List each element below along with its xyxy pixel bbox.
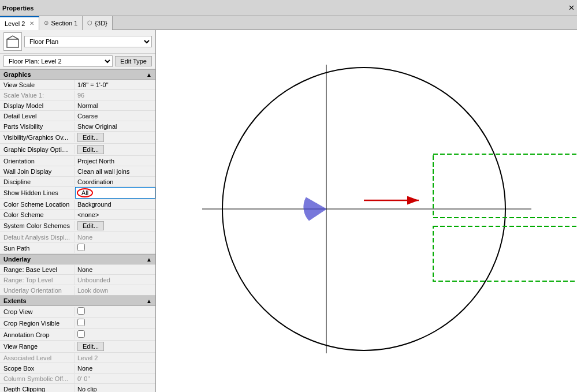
label-sun-path: Sun Path xyxy=(0,244,75,253)
graphic-display-button[interactable]: Edit... xyxy=(77,145,104,154)
value-color-scheme-loc[interactable]: Background xyxy=(75,200,155,209)
row-depth-clipping: Depth Clipping No clip xyxy=(0,384,155,392)
tab-level2[interactable]: Level 2 ✕ xyxy=(0,16,39,30)
row-column-symbolic: Column Symbolic Off... 0' 0" xyxy=(0,374,155,384)
tab-bar: Level 2 ✕ ⊙ Section 1 ⬡ {3D} xyxy=(0,16,577,30)
properties-list: Graphics ▲ View Scale 1/8" = 1'-0" Scale… xyxy=(0,69,155,392)
label-graphic-display: Graphic Display Options xyxy=(0,145,75,154)
floor-plan-icon-svg xyxy=(5,33,21,50)
section-graphics-arrow: ▲ xyxy=(146,72,152,78)
value-sun-path xyxy=(75,242,155,253)
value-depth-clipping[interactable]: No clip xyxy=(75,384,155,393)
label-color-scheme-loc: Color Scheme Location xyxy=(0,200,75,209)
value-graphic-display: Edit... xyxy=(75,144,155,155)
label-vis-graphics: Visibility/Graphics Ov... xyxy=(0,133,75,142)
label-show-hidden: Show Hidden Lines xyxy=(0,188,75,197)
value-range-base[interactable]: None xyxy=(75,265,155,274)
tab-level2-label: Level 2 xyxy=(5,20,25,27)
row-scale-value: Scale Value 1: 96 xyxy=(0,90,155,100)
label-discipline: Discipline xyxy=(0,177,75,186)
view-range-button[interactable]: Edit... xyxy=(77,342,104,351)
value-detail-level[interactable]: Coarse xyxy=(75,111,155,121)
label-underlay-orient: Underlay Orientation xyxy=(0,286,75,295)
label-color-scheme: Color Scheme xyxy=(0,210,75,219)
tab-3d[interactable]: ⬡ {3D} xyxy=(83,16,112,30)
row-sun-path: Sun Path xyxy=(0,242,155,254)
value-show-hidden[interactable]: All xyxy=(75,187,155,199)
label-default-analysis: Default Analysis Displ... xyxy=(0,233,75,242)
row-crop-region: Crop Region Visible xyxy=(0,318,155,329)
row-display-model: Display Model Normal xyxy=(0,100,155,111)
system-color-button[interactable]: Edit... xyxy=(77,221,104,230)
section-graphics[interactable]: Graphics ▲ xyxy=(0,69,155,80)
sun-path-checkbox[interactable] xyxy=(77,244,85,251)
row-crop-view: Crop View xyxy=(0,306,155,318)
value-orientation[interactable]: Project North xyxy=(75,156,155,166)
row-parts-visibility: Parts Visibility Show Original xyxy=(0,121,155,132)
vis-graphics-button[interactable]: Edit... xyxy=(77,133,104,142)
label-wall-join: Wall Join Display xyxy=(0,167,75,176)
row-default-analysis: Default Analysis Displ... None xyxy=(0,232,155,242)
label-scope-box: Scope Box xyxy=(0,364,75,373)
row-vis-graphics: Visibility/Graphics Ov... Edit... xyxy=(0,132,155,144)
section-underlay-label: Underlay xyxy=(3,256,31,263)
label-system-color: System Color Schemes xyxy=(0,221,75,230)
type-selector-row: Floor Plan xyxy=(0,30,155,54)
value-underlay-orient: Look down xyxy=(75,286,155,295)
label-view-range: View Range xyxy=(0,342,75,351)
value-default-analysis: None xyxy=(75,233,155,242)
row-annotation-crop: Annotation Crop xyxy=(0,329,155,341)
value-range-top: Unbounded xyxy=(75,275,155,285)
tab-level2-close[interactable]: ✕ xyxy=(29,20,34,27)
row-show-hidden: Show Hidden Lines All xyxy=(0,187,155,199)
instance-select[interactable]: Floor Plan: Level 2 xyxy=(3,55,113,67)
row-range-base: Range: Base Level None xyxy=(0,264,155,275)
section-extents-arrow: ▲ xyxy=(146,298,152,304)
properties-panel: Floor Plan Floor Plan: Level 2 Edit Type… xyxy=(0,30,156,392)
type-dropdown[interactable]: Floor Plan xyxy=(24,36,152,47)
canvas-area xyxy=(156,30,577,392)
crop-view-checkbox[interactable] xyxy=(77,307,85,315)
label-associated-level: Associated Level xyxy=(0,353,75,363)
row-range-top: Range: Top Level Unbounded xyxy=(0,275,155,285)
label-view-scale: View Scale xyxy=(0,80,75,89)
value-display-model[interactable]: Normal xyxy=(75,101,155,110)
row-graphic-display: Graphic Display Options Edit... xyxy=(0,144,155,156)
label-crop-view: Crop View xyxy=(0,307,75,316)
type-icon xyxy=(3,32,22,51)
label-column-symbolic: Column Symbolic Off... xyxy=(0,374,75,383)
show-hidden-oval: All xyxy=(77,188,93,197)
value-crop-view xyxy=(75,306,155,317)
value-vis-graphics: Edit... xyxy=(75,132,155,143)
crop-region-checkbox[interactable] xyxy=(77,319,85,326)
instance-row: Floor Plan: Level 2 Edit Type xyxy=(0,54,155,69)
value-associated-level: Level 2 xyxy=(75,353,155,363)
section-graphics-label: Graphics xyxy=(3,71,31,78)
row-discipline: Discipline Coordination xyxy=(0,177,155,187)
value-discipline[interactable]: Coordination xyxy=(75,177,155,186)
label-range-base: Range: Base Level xyxy=(0,265,75,274)
panel-close-button[interactable]: ✕ xyxy=(568,3,575,12)
edit-type-button[interactable]: Edit Type xyxy=(115,56,152,66)
section-underlay-arrow: ▲ xyxy=(146,256,152,263)
value-scope-box[interactable]: None xyxy=(75,364,155,373)
value-color-scheme[interactable]: <none> xyxy=(75,210,155,219)
svg-rect-0 xyxy=(7,39,18,47)
label-scale-value: Scale Value 1: xyxy=(0,91,75,100)
tab-section1[interactable]: ⊙ Section 1 xyxy=(39,16,83,30)
label-detail-level: Detail Level xyxy=(0,111,75,121)
section-extents[interactable]: Extents ▲ xyxy=(0,296,155,306)
value-parts-visibility[interactable]: Show Original xyxy=(75,122,155,131)
value-view-scale[interactable]: 1/8" = 1'-0" xyxy=(75,80,155,89)
annotation-crop-checkbox[interactable] xyxy=(77,330,85,338)
label-annotation-crop: Annotation Crop xyxy=(0,330,75,339)
title-bar: Properties ✕ xyxy=(0,0,577,16)
value-wall-join[interactable]: Clean all wall joins xyxy=(75,167,155,176)
row-orientation: Orientation Project North xyxy=(0,156,155,166)
label-range-top: Range: Top Level xyxy=(0,275,75,285)
row-color-scheme-loc: Color Scheme Location Background xyxy=(0,199,155,210)
blue-angle xyxy=(304,197,326,221)
value-system-color: Edit... xyxy=(75,220,155,232)
section-underlay[interactable]: Underlay ▲ xyxy=(0,254,155,264)
value-crop-region xyxy=(75,318,155,328)
